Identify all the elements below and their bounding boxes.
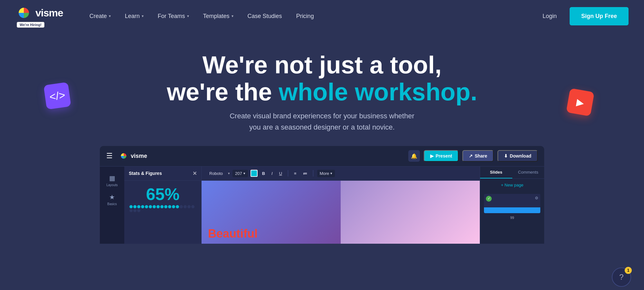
chevron-down-icon: ▾	[232, 14, 233, 18]
nav-item-create[interactable]: Create ▾	[82, 10, 118, 22]
nav-item-pricing[interactable]: Pricing	[289, 10, 321, 22]
nav-right: Login Sign Up Free	[537, 7, 629, 25]
big-percent: 65%	[129, 186, 196, 203]
more-label: More	[320, 171, 329, 176]
chevron-icon-more: ▾	[330, 171, 332, 176]
person-dot-half	[129, 209, 133, 212]
person-dot	[129, 205, 133, 208]
chevron-down-icon: ▾	[109, 14, 111, 18]
logo-row[interactable]: visme	[15, 5, 63, 21]
download-button[interactable]: ⬇ Download	[497, 150, 538, 162]
toolbar-italic-button[interactable]: I	[270, 170, 275, 177]
download-icon: ⬇	[504, 153, 508, 159]
person-dot-half	[184, 205, 187, 208]
hero-title: We're not just a tool, we're the whole w…	[13, 51, 631, 105]
canvas-toolbar: Roboto ▾ 207 ▾ B I U ≡ ≔ More	[202, 167, 480, 181]
share-icon: ↗	[469, 153, 473, 159]
toolbar-list-button[interactable]: ≔	[301, 170, 309, 177]
play-symbol: ▶	[576, 96, 585, 108]
nav-label-for-teams: For Teams	[158, 13, 185, 20]
hero-subtitle: Create visual brand experiences for your…	[13, 110, 631, 133]
app-logo-text: visme	[131, 153, 147, 159]
app-screenshot: ☰ visme 🔔 ▶ Present ↗ Share	[100, 146, 544, 244]
signup-button[interactable]: Sign Up Free	[570, 7, 629, 25]
nav-label-pricing: Pricing	[296, 13, 314, 20]
toolbar-more-button[interactable]: More ▾	[317, 170, 335, 177]
sidebar-item-basics[interactable]: ★ Basics	[103, 191, 121, 208]
nav-label-create: Create	[90, 13, 107, 20]
nav-label-case-studies: Case Studies	[248, 13, 282, 20]
canvas-content: Beautiful	[202, 181, 480, 244]
person-dot	[149, 205, 152, 208]
new-page-button[interactable]: + New page	[480, 179, 544, 191]
person-dot	[133, 205, 137, 208]
canvas-right-panel	[341, 181, 480, 244]
chevron-down-icon: ▾	[142, 14, 144, 18]
page-thumbnail: ✓ ⚙	[484, 194, 540, 213]
person-dot	[172, 205, 175, 208]
person-dot	[164, 205, 167, 208]
page-number: 99	[480, 216, 544, 220]
app-sidebar: ▦ Layouts ★ Basics	[100, 167, 124, 244]
panel-close-button[interactable]: ✕	[193, 170, 197, 177]
hero-subtitle-line1: Create visual brand experiences for your…	[230, 112, 414, 120]
toolbar-font[interactable]: Roboto	[207, 171, 225, 176]
notification-badge: 1	[625, 267, 632, 274]
hamburger-icon[interactable]: ☰	[106, 152, 113, 160]
tab-comments[interactable]: Comments	[512, 167, 545, 178]
notification-button[interactable]: 🔔	[408, 150, 420, 162]
toolbar-align-button[interactable]: ≡	[292, 170, 298, 177]
toolbar-color-swatch[interactable]	[251, 170, 258, 177]
chevron-down-icon: ▾	[187, 14, 189, 18]
layouts-icon: ▦	[109, 174, 115, 182]
person-dot-half	[191, 205, 194, 208]
app-right-panel: Slides Comments + New page ✓ ⚙ 99	[480, 167, 544, 244]
right-panel-tabs: Slides Comments	[480, 167, 544, 179]
person-dot	[160, 205, 164, 208]
nav-item-templates[interactable]: Templates ▾	[196, 10, 241, 22]
present-icon: ▶	[430, 153, 434, 159]
person-dot	[141, 205, 144, 208]
app-body: ▦ Layouts ★ Basics Stats & Figures ✕ 65%	[100, 167, 544, 244]
navbar: visme We're Hiring! Create ▾ Learn ▾ For…	[0, 0, 644, 32]
present-label: Present	[436, 153, 452, 159]
download-label: Download	[510, 153, 531, 159]
person-dot	[176, 205, 179, 208]
help-bubble[interactable]: ? 1	[612, 267, 631, 287]
nav-item-learn[interactable]: Learn ▾	[118, 10, 151, 22]
toolbar-size[interactable]: 207 ▾	[232, 170, 248, 177]
basics-icon: ★	[109, 193, 115, 201]
login-button[interactable]: Login	[537, 10, 562, 22]
person-dot-half	[180, 205, 183, 208]
nav-label-learn: Learn	[125, 13, 140, 20]
toolbar-bold-button[interactable]: B	[260, 170, 267, 177]
app-logo-row: visme	[119, 151, 408, 160]
hero-subtitle-line2: you are a seasoned designer or a total n…	[249, 123, 394, 131]
sidebar-item-layouts[interactable]: ▦ Layouts	[103, 172, 121, 189]
nav-label-templates: Templates	[203, 13, 230, 20]
person-dot	[137, 205, 140, 208]
nav-links: Create ▾ Learn ▾ For Teams ▾ Templates ▾…	[82, 10, 537, 22]
floating-code-icon: </>	[45, 84, 70, 108]
panel-title: Stats & Figures	[129, 171, 162, 176]
chevron-icon-font: ▾	[228, 171, 230, 176]
person-dot	[145, 205, 148, 208]
sidebar-label-layouts: Layouts	[106, 183, 118, 187]
nav-item-case-studies[interactable]: Case Studies	[241, 10, 289, 22]
floating-play-icon: ▶	[568, 90, 592, 114]
layouts-panel: Stats & Figures ✕ 65%	[124, 167, 202, 244]
nav-item-for-teams[interactable]: For Teams ▾	[151, 10, 196, 22]
present-button[interactable]: ▶ Present	[424, 150, 459, 162]
code-box: </>	[43, 82, 71, 110]
page-gear-icon[interactable]: ⚙	[535, 196, 538, 200]
toolbar-underline-button[interactable]: U	[277, 170, 284, 177]
logo-text: visme	[35, 7, 63, 19]
help-label: ?	[619, 273, 623, 282]
share-button[interactable]: ↗ Share	[462, 150, 494, 162]
code-symbol: </>	[49, 88, 66, 103]
person-dot	[156, 205, 160, 208]
panel-header: Stats & Figures ✕	[124, 167, 201, 181]
person-dot	[168, 205, 171, 208]
hiring-badge[interactable]: We're Hiring!	[17, 22, 44, 28]
tab-slides[interactable]: Slides	[480, 167, 512, 178]
